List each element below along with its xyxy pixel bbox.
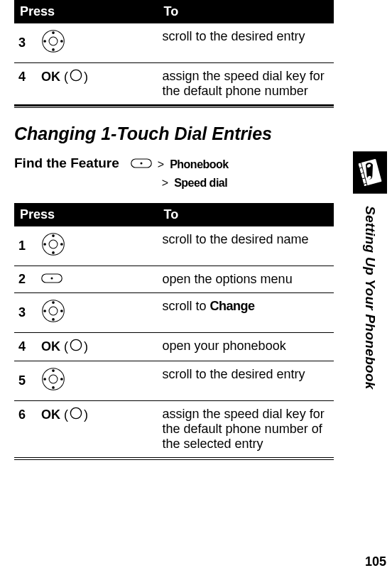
dpad-icon bbox=[41, 29, 65, 57]
svg-point-12 bbox=[52, 251, 55, 254]
svg-point-8 bbox=[140, 163, 142, 165]
menu-item-speed-dial: Speed dial bbox=[174, 174, 227, 192]
instruction-text: assign the speed dial key for the defaul… bbox=[158, 401, 334, 458]
table-row: 6 OK ( ) as bbox=[14, 401, 334, 458]
page-number: 105 bbox=[365, 554, 386, 569]
softkey-icon bbox=[131, 155, 152, 174]
circle-icon bbox=[70, 407, 82, 423]
table-row: 4 OK ( ) as bbox=[14, 63, 334, 106]
table-row: 1 scroll to th bbox=[14, 226, 334, 266]
phonebook-section-icon bbox=[353, 151, 387, 194]
svg-point-29 bbox=[60, 378, 63, 381]
step-number: 6 bbox=[18, 407, 33, 422]
circle-icon bbox=[70, 69, 82, 85]
svg-point-26 bbox=[52, 369, 55, 372]
dpad-icon bbox=[41, 299, 65, 327]
instruction-text: assign the speed dial key for the defaul… bbox=[158, 63, 334, 106]
svg-point-10 bbox=[49, 240, 58, 248]
col-header-press: Press bbox=[14, 0, 158, 23]
find-feature-label: Find the Feature bbox=[14, 155, 119, 192]
find-feature-block: Find the Feature > Phonebook > Speed dia… bbox=[14, 155, 334, 192]
instruction-text: open the options menu bbox=[158, 266, 334, 293]
ok-label: OK bbox=[41, 70, 60, 84]
step-number: 3 bbox=[18, 305, 33, 320]
svg-point-20 bbox=[52, 318, 55, 321]
svg-point-1 bbox=[49, 37, 58, 45]
breadcrumb-separator: > bbox=[158, 155, 164, 174]
col-header-press: Press bbox=[14, 203, 158, 226]
table-row: 2 open the options menu bbox=[14, 266, 334, 293]
svg-point-3 bbox=[52, 48, 55, 51]
menu-item-change: Change bbox=[210, 299, 255, 313]
svg-point-18 bbox=[49, 307, 58, 315]
svg-point-13 bbox=[43, 243, 46, 246]
svg-point-2 bbox=[52, 31, 55, 34]
svg-point-11 bbox=[52, 234, 55, 237]
instruction-text: scroll to the desired entry bbox=[158, 361, 334, 401]
instruction-text: open your phonebook bbox=[158, 333, 334, 361]
ok-label: OK bbox=[41, 407, 60, 422]
circle-icon bbox=[70, 339, 82, 355]
menu-item-phonebook: Phonebook bbox=[170, 155, 229, 174]
table-row: 3 s bbox=[14, 293, 334, 333]
svg-point-27 bbox=[52, 386, 55, 389]
svg-point-5 bbox=[60, 40, 63, 43]
instruction-text: scroll to the desired entry bbox=[158, 23, 334, 63]
side-section-label: Setting Up Your Phonebook bbox=[362, 206, 378, 390]
breadcrumb-separator: > bbox=[162, 174, 168, 192]
svg-point-28 bbox=[43, 378, 46, 381]
col-header-to: To bbox=[158, 203, 334, 226]
step-number: 4 bbox=[18, 70, 33, 84]
table-row: 5 scroll to th bbox=[14, 361, 334, 401]
table-row: 4 OK ( ) op bbox=[14, 333, 334, 361]
section-heading: Changing 1-Touch Dial Entries bbox=[14, 124, 334, 144]
step-number: 1 bbox=[18, 239, 33, 253]
step-number: 4 bbox=[18, 339, 33, 354]
col-header-to: To bbox=[158, 0, 334, 23]
instruction-text: scroll to Change bbox=[158, 293, 334, 333]
step-number: 3 bbox=[18, 35, 33, 50]
svg-point-25 bbox=[49, 375, 58, 383]
svg-point-22 bbox=[60, 310, 63, 312]
instruction-text: scroll to the desired name bbox=[158, 226, 334, 266]
instruction-table-2: Press To 1 bbox=[14, 203, 334, 458]
step-number: 2 bbox=[18, 272, 33, 287]
step-number: 5 bbox=[18, 373, 33, 388]
svg-point-4 bbox=[43, 40, 46, 43]
svg-point-6 bbox=[70, 70, 81, 80]
softkey-icon bbox=[41, 272, 62, 287]
instruction-table-1: Press To 3 bbox=[14, 0, 334, 106]
table-row: 3 scroll to th bbox=[14, 23, 334, 63]
dpad-icon bbox=[41, 367, 65, 395]
svg-point-21 bbox=[43, 310, 46, 312]
dpad-icon bbox=[41, 232, 65, 260]
ok-label: OK bbox=[41, 339, 60, 354]
svg-point-14 bbox=[60, 243, 63, 246]
svg-point-30 bbox=[70, 408, 81, 419]
svg-point-19 bbox=[52, 301, 55, 304]
svg-point-23 bbox=[70, 340, 81, 351]
svg-point-16 bbox=[51, 278, 53, 280]
